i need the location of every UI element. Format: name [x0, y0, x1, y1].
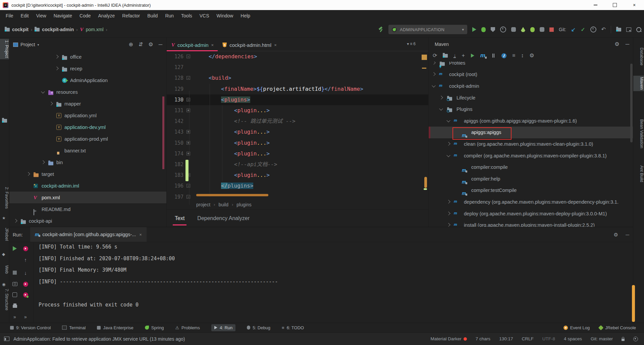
- menu-navigate[interactable]: Navigate: [50, 13, 76, 18]
- maven-tree-item-compiler-testcompile[interactable]: mcompiler:testCompile: [429, 185, 633, 196]
- menu-run[interactable]: Run: [161, 13, 177, 18]
- menu-file[interactable]: File: [2, 13, 17, 18]
- chevron-right-icon[interactable]: [41, 160, 45, 164]
- rerun-button[interactable]: [12, 246, 17, 251]
- tab-text[interactable]: Text: [174, 213, 185, 223]
- chevron-down-icon[interactable]: [41, 89, 45, 93]
- fold-collapse-icon[interactable]: -: [186, 98, 190, 101]
- fold-expand-icon[interactable]: +: [186, 130, 190, 134]
- toolwindow-button-4-run[interactable]: 4: Run: [211, 324, 235, 331]
- gc-button[interactable]: [12, 292, 17, 297]
- xrebel-button[interactable]: [540, 27, 544, 32]
- menu-help[interactable]: Help: [237, 13, 254, 18]
- stop-button[interactable]: [12, 270, 17, 275]
- build-project-button[interactable]: [378, 27, 383, 32]
- project-tree-item-cockpit-admin-iml[interactable]: Jcockpit-admin.iml: [9, 180, 166, 192]
- chevron-right-icon[interactable]: [446, 142, 450, 146]
- maven-profiles-button[interactable]: ≡: [512, 53, 515, 58]
- search-everywhere-button[interactable]: [636, 27, 641, 32]
- generate-sources-button[interactable]: [443, 54, 448, 58]
- chevron-right-icon[interactable]: [439, 95, 443, 99]
- code-line-130[interactable]: 130-<plugins>: [167, 94, 428, 105]
- select-in-button[interactable]: [616, 28, 621, 31]
- star-icon[interactable]: ★: [2, 216, 6, 220]
- jrebel-rerun-button[interactable]: [23, 246, 28, 251]
- project-tree-item-pom-xml[interactable]: Vpom.xml: [9, 192, 166, 203]
- toolwindow-button-5-debug[interactable]: 5: Debug: [247, 325, 270, 330]
- xml-breadcrumb-plugins[interactable]: plugins: [236, 202, 251, 207]
- chevron-down-icon[interactable]: [432, 84, 435, 87]
- code-editor[interactable]: 126-</dependencies>127128-<build>129<fin…: [167, 51, 428, 200]
- up-stack-icon[interactable]: ↑: [23, 257, 28, 262]
- print-button[interactable]: [12, 303, 17, 309]
- fold-collapse-icon[interactable]: -: [186, 184, 190, 188]
- hidden-tabs-dropdown[interactable]: ▾≡6: [407, 42, 416, 46]
- close-icon[interactable]: ×: [139, 232, 142, 237]
- status-widget-7-chars[interactable]: 7 chars: [476, 336, 490, 341]
- jrebel-run-button[interactable]: [521, 27, 525, 32]
- editor-tab-cockpit-admin-html[interactable]: 5cockpit-admin.html×: [218, 39, 281, 51]
- maven-tree-item-lifecycle[interactable]: Lifecycle: [429, 92, 633, 104]
- chevron-right-icon[interactable]: [55, 66, 58, 70]
- code-line-196[interactable]: 196-</plugins>: [167, 181, 428, 191]
- maven-tree-item-cockpit-admin[interactable]: cockpit-admin: [429, 80, 633, 92]
- fold-expand-icon[interactable]: +: [186, 152, 190, 155]
- puppet-run-button[interactable]: [511, 27, 516, 32]
- fold-collapse-icon[interactable]: -: [186, 55, 190, 58]
- status-widget-4-spaces[interactable]: 4 spaces: [564, 336, 582, 341]
- maven-tree-item-plugins[interactable]: Plugins: [429, 104, 633, 115]
- project-tree-item-application-dev-yml[interactable]: Yapplication-dev.yml: [9, 121, 166, 133]
- toolwindow-button-problems[interactable]: ⚠Problems: [175, 325, 200, 330]
- tool-stripe-web[interactable]: Web: [0, 264, 9, 275]
- toolwindow-button-jrebel-console[interactable]: JRebel Console: [599, 325, 636, 330]
- toolwindow-toggle-icon[interactable]: [4, 337, 9, 341]
- status-widget-130-17[interactable]: 130:17: [499, 336, 513, 341]
- project-tree-item-resources[interactable]: resources: [9, 86, 166, 98]
- code-line-131[interactable]: 131+<plugin...>: [167, 105, 428, 116]
- hide-panel-button[interactable]: ─: [159, 42, 162, 47]
- maven-tree-item-profiles[interactable]: Profiles: [429, 62, 633, 69]
- tool-stripe-7-structure[interactable]: 7: Structure: [0, 287, 9, 312]
- more-actions-left[interactable]: »: [12, 314, 17, 320]
- tool-stripe-maven[interactable]: Maven: [633, 76, 644, 91]
- code-line-143[interactable]: 143+<plugin...>: [167, 127, 428, 137]
- close-button[interactable]: ×: [625, 0, 644, 10]
- maven-tree-item-install[interactable]: install (org.apache.maven.plugins:maven-…: [429, 219, 633, 227]
- toolwindow-button-terminal[interactable]: Terminal: [62, 325, 86, 330]
- code-line-127[interactable]: 127: [167, 62, 428, 73]
- tool-stripe-database[interactable]: Database: [633, 46, 644, 67]
- menu-build[interactable]: Build: [144, 13, 161, 18]
- chevron-down-icon[interactable]: [446, 119, 450, 122]
- jrebel-sync-button[interactable]: [23, 292, 28, 297]
- run-maven-build-button[interactable]: [471, 54, 474, 58]
- chevron-right-icon[interactable]: [55, 55, 58, 58]
- highlighting-level-icon[interactable]: [633, 337, 638, 341]
- execute-maven-goal-button[interactable]: m: [480, 52, 485, 59]
- tool-stripe-ant-build[interactable]: Ant Build: [633, 164, 644, 184]
- stop-button[interactable]: [549, 27, 554, 32]
- maven-tree-item-clean[interactable]: clean (org.apache.maven.plugins:maven-cl…: [429, 138, 633, 150]
- code-line-126[interactable]: 126-</dependencies>: [167, 51, 428, 62]
- code-line-150[interactable]: 150+<plugin...>: [167, 138, 428, 148]
- chevron-right-icon[interactable]: [432, 72, 435, 76]
- run-panel-settings-icon[interactable]: ⚙: [614, 227, 618, 242]
- project-tree-item-application-yml[interactable]: Yapplication.yml: [9, 110, 166, 121]
- maven-tree-item-dependency[interactable]: dependency (org.apache.maven.plugins:mav…: [429, 196, 633, 208]
- snapshot-button[interactable]: [12, 281, 17, 287]
- expand-collapse-button[interactable]: ↕: [521, 53, 524, 58]
- xml-breadcrumb-build[interactable]: build: [218, 202, 228, 207]
- project-panel-title-group[interactable]: Project ▾: [13, 42, 39, 47]
- add-maven-project-button[interactable]: +: [462, 53, 465, 58]
- project-tree-item-bin[interactable]: bin: [9, 156, 166, 168]
- run-tab[interactable]: m cockpit-admin [com.github.apiggs:apigg…: [30, 227, 147, 242]
- run-console[interactable]: [INFO] Total time: 9.566 s[INFO] Finishe…: [39, 243, 609, 323]
- git-rollback-button[interactable]: ↶: [601, 27, 606, 32]
- project-tree-item-cockpit-api[interactable]: cockpit-api: [9, 215, 166, 227]
- code-line-183[interactable]: 183+<plugin...>: [167, 170, 428, 181]
- maven-tree-item-apiggs[interactable]: apiggs (com.github.apiggs:apiggs-maven-p…: [429, 115, 633, 127]
- menu-vcs[interactable]: VCS: [196, 13, 213, 18]
- fold-collapse-icon[interactable]: -: [186, 195, 190, 199]
- maven-panel-settings-icon[interactable]: ⚙: [614, 42, 619, 47]
- jrebel-icon[interactable]: ◆: [2, 252, 5, 257]
- chevron-right-icon[interactable]: [446, 223, 450, 227]
